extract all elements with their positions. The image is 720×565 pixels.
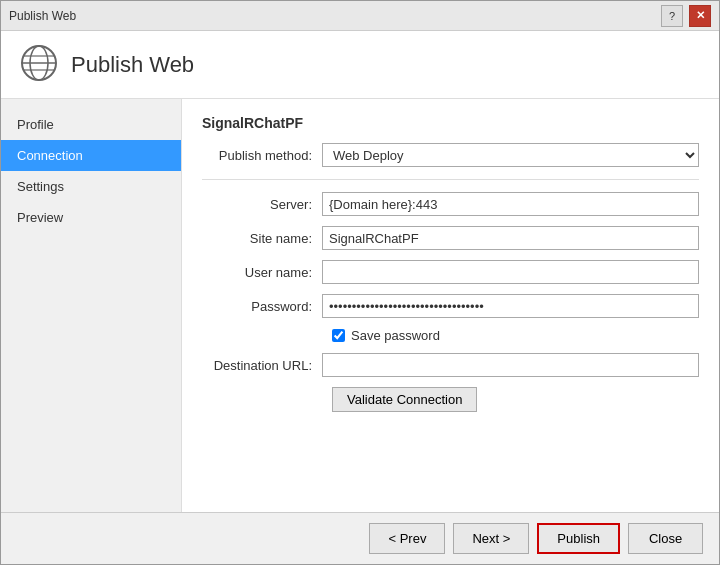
destination-url-row: Destination URL: (202, 353, 699, 377)
site-name-row: Site name: (202, 226, 699, 250)
divider-1 (202, 179, 699, 180)
validate-connection-button[interactable]: Validate Connection (332, 387, 477, 412)
site-name-input[interactable] (322, 226, 699, 250)
title-bar-controls: ? ✕ (661, 5, 711, 27)
password-label: Password: (202, 299, 322, 314)
validate-row: Validate Connection (332, 387, 699, 412)
server-label: Server: (202, 197, 322, 212)
user-name-row: User name: (202, 260, 699, 284)
close-button[interactable]: Close (628, 523, 703, 554)
server-input[interactable] (322, 192, 699, 216)
section-title: SignalRChatPF (202, 115, 699, 131)
destination-url-input[interactable] (322, 353, 699, 377)
publish-method-label: Publish method: (202, 148, 322, 163)
sidebar: Profile Connection Settings Preview (1, 99, 181, 512)
password-input[interactable] (322, 294, 699, 318)
window-title: Publish Web (9, 9, 76, 23)
publish-method-select[interactable]: Web Deploy Web Deploy Package FTP File S… (322, 143, 699, 167)
sidebar-item-profile[interactable]: Profile (1, 109, 181, 140)
password-row: Password: (202, 294, 699, 318)
publish-button[interactable]: Publish (537, 523, 620, 554)
main-panel: SignalRChatPF Publish method: Web Deploy… (181, 99, 719, 512)
publish-method-row: Publish method: Web Deploy Web Deploy Pa… (202, 143, 699, 167)
save-password-row: Save password (332, 328, 699, 343)
sidebar-item-preview[interactable]: Preview (1, 202, 181, 233)
destination-url-label: Destination URL: (202, 358, 322, 373)
site-name-label: Site name: (202, 231, 322, 246)
sidebar-item-settings[interactable]: Settings (1, 171, 181, 202)
user-name-label: User name: (202, 265, 322, 280)
footer: < Prev Next > Publish Close (1, 512, 719, 564)
main-window: Publish Web ? ✕ Publish Web Profile Conn… (0, 0, 720, 565)
title-bar-left: Publish Web (9, 9, 76, 23)
save-password-label[interactable]: Save password (332, 328, 440, 343)
prev-button[interactable]: < Prev (369, 523, 445, 554)
user-name-input[interactable] (322, 260, 699, 284)
header-section: Publish Web (1, 31, 719, 99)
header-title: Publish Web (71, 52, 194, 78)
save-password-checkbox[interactable] (332, 329, 345, 342)
close-window-button[interactable]: ✕ (689, 5, 711, 27)
title-bar: Publish Web ? ✕ (1, 1, 719, 31)
help-button[interactable]: ? (661, 5, 683, 27)
content-area: Profile Connection Settings Preview Sign… (1, 99, 719, 512)
sidebar-item-connection[interactable]: Connection (1, 140, 181, 171)
next-button[interactable]: Next > (453, 523, 529, 554)
globe-icon (19, 43, 59, 86)
server-row: Server: (202, 192, 699, 216)
